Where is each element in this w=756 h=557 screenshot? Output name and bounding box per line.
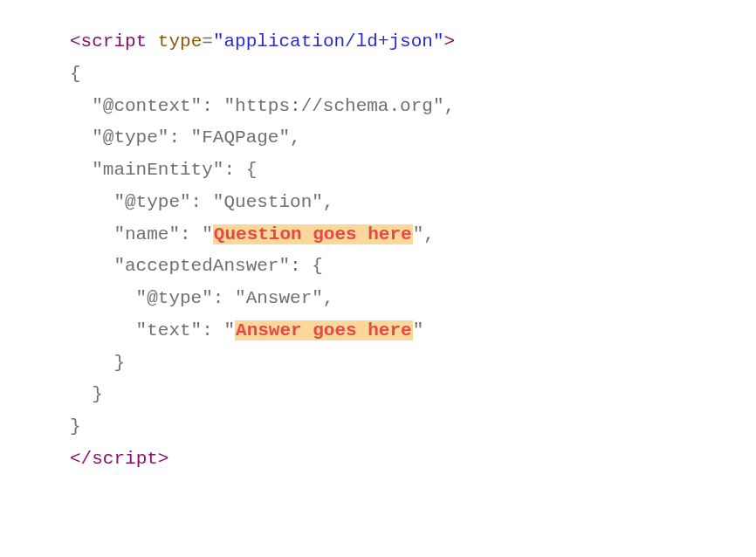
code-line-6: "@type": "Question", xyxy=(70,187,686,219)
tag-close-open-bracket: </ xyxy=(70,449,92,469)
attr-name-type: type xyxy=(158,31,202,52)
code-line-13: } xyxy=(70,411,686,444)
json-context-end: ", xyxy=(433,96,455,116)
code-line-3: "@context": "https://schema.org", xyxy=(70,91,686,123)
json-type-key: "@type": " xyxy=(70,127,202,148)
tag-close-bracket: > xyxy=(444,31,456,52)
json-ans-type-end: ", xyxy=(312,288,333,308)
json-ans-type-key: "@type": " xyxy=(70,288,246,308)
code-line-2: { xyxy=(70,58,686,91)
attr-eq: = xyxy=(202,31,213,52)
json-q-type-val: Question xyxy=(223,192,312,212)
code-line-14: </script> xyxy=(70,444,686,476)
code-snippet: <script type="application/ld+json">{ "@c… xyxy=(0,0,756,502)
attr-quote-open: " xyxy=(213,31,224,52)
code-line-11: } xyxy=(70,347,686,380)
json-type-val: FAQPage xyxy=(202,127,278,148)
json-q-type-end: ", xyxy=(312,192,333,212)
code-line-5: "mainEntity": { xyxy=(70,155,686,187)
tag-name-open: script xyxy=(81,31,148,52)
attr-value-type: application/ld+json xyxy=(223,31,432,52)
json-text-end: " xyxy=(413,320,424,340)
tag-close-close-bracket: > xyxy=(158,449,169,469)
code-line-7: "name": "Question goes here", xyxy=(70,219,686,251)
json-name-key: "name": " xyxy=(70,224,213,244)
attr-quote-close: " xyxy=(433,31,444,52)
code-line-1: <script type="application/ld+json"> xyxy=(70,26,686,58)
tag-open-bracket: < xyxy=(70,31,81,52)
tag-name-close: script xyxy=(92,449,158,469)
json-name-end: ", xyxy=(413,224,435,244)
json-ans-type-val: Answer xyxy=(246,288,313,308)
code-line-12: } xyxy=(70,379,686,411)
json-text-key: "text": " xyxy=(70,320,235,340)
highlight-question: Question goes here xyxy=(213,224,413,244)
highlight-answer: Answer goes here xyxy=(235,320,413,340)
code-line-10: "text": "Answer goes here" xyxy=(70,315,686,347)
code-line-8: "acceptedAnswer": { xyxy=(70,251,686,283)
code-line-9: "@type": "Answer", xyxy=(70,283,686,315)
json-context-val: https://schema.org xyxy=(235,96,433,116)
json-context-key: "@context": " xyxy=(70,96,235,116)
json-q-type-key: "@type": " xyxy=(70,192,223,212)
code-line-4: "@type": "FAQPage", xyxy=(70,122,686,155)
json-type-end: ", xyxy=(278,127,300,148)
